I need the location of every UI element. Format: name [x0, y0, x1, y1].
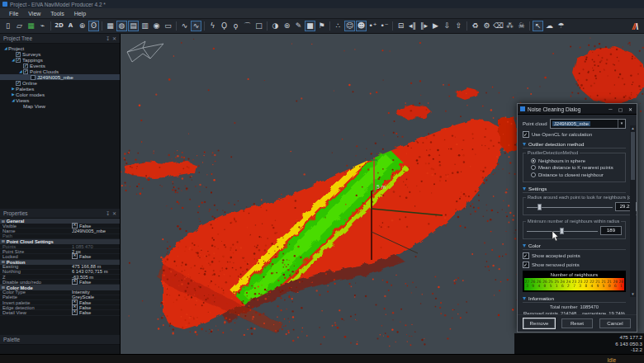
dialog-titlebar[interactable]: Noise Cleaning Dialog ─ ▢ ✕ — [518, 104, 637, 115]
download-data-icon[interactable]: ⇩ — [442, 21, 452, 31]
grid-toggle-icon[interactable]: ▦ — [105, 21, 116, 31]
tree-checkbox[interactable] — [23, 64, 28, 68]
scrollbar-thumb[interactable] — [631, 132, 635, 180]
arc-tool-icon[interactable]: ⌒ — [242, 21, 253, 31]
ruler-measure-icon[interactable]: ▭ — [163, 21, 173, 31]
radio-icon[interactable] — [531, 172, 536, 177]
property-value[interactable]: J249N005_mbe — [72, 229, 120, 233]
view-2d-icon[interactable]: 2D — [54, 21, 64, 31]
radio-option-neighbours-in-sphere[interactable]: Neighbours in sphere — [531, 158, 623, 163]
close-icon[interactable]: ✕ — [112, 210, 116, 216]
opencl-checkbox-row[interactable]: Use OpenCL for calculation — [523, 131, 626, 138]
cancel-button[interactable]: Cancel — [599, 318, 631, 328]
tree-checkbox[interactable] — [31, 75, 36, 80]
view-3d-sphere-icon[interactable]: ⊕ — [77, 21, 88, 31]
globe-settings-icon[interactable]: ⚙ — [481, 21, 492, 31]
xyz-recalculate-icon[interactable]: ♻ — [470, 21, 481, 31]
remove-point-icon[interactable]: •⁻ — [379, 21, 390, 31]
pin-icon[interactable]: ↧ — [106, 210, 110, 216]
step-back-icon[interactable]: ◂‖ — [407, 21, 418, 31]
scroll-up-icon[interactable]: ▲ — [630, 125, 636, 131]
property-value[interactable]: False — [72, 253, 120, 259]
radio-icon[interactable] — [531, 165, 536, 170]
close-icon[interactable]: ✕ — [627, 106, 634, 112]
accept-points-smiley-icon[interactable]: ☺ — [344, 21, 355, 31]
text-label-tool-icon[interactable]: A — [65, 21, 76, 31]
property-value[interactable]: Intensity — [72, 290, 120, 295]
fill-square-tool-icon[interactable]: ■ — [305, 21, 315, 31]
tree-item-point-clouds[interactable]: ◢Point Clouds — [0, 68, 120, 74]
tree-checkbox[interactable] — [23, 69, 28, 74]
light-bulb-tool-icon[interactable]: ʘ — [88, 21, 99, 31]
property-value[interactable]: False — [72, 279, 120, 285]
checkbox-show-accepted-points[interactable]: Show accepted points — [523, 252, 626, 259]
remove-button[interactable]: Remove — [523, 318, 555, 328]
menu-file[interactable]: File — [5, 10, 22, 17]
false-checkbox-icon[interactable] — [72, 223, 78, 229]
menu-help[interactable]: Help — [70, 10, 90, 17]
eraser-tool-icon[interactable]: ⌫ — [493, 21, 504, 31]
checkbox-show-removed-points[interactable]: Show removed points — [523, 262, 626, 268]
cursor-select-icon[interactable]: ↖ — [533, 21, 543, 31]
tree-checkbox[interactable] — [16, 52, 21, 57]
chevron-down-icon[interactable]: ▾ — [618, 120, 625, 128]
tree-item-project[interactable]: ◢Project — [0, 45, 120, 51]
opencl-checkbox[interactable] — [523, 131, 529, 138]
maximize-icon[interactable]: ▢ — [617, 106, 624, 112]
pin-icon[interactable]: ↧ — [106, 35, 110, 41]
rectangle-tool-icon[interactable]: □ — [253, 21, 264, 31]
camera-snapshot-icon[interactable]: ◉ — [151, 21, 162, 31]
tree-item-surveys[interactable]: Surveys — [0, 51, 120, 57]
cloud-download-icon[interactable]: ☁ — [544, 21, 555, 31]
section-expander-icon[interactable] — [523, 143, 526, 146]
remove-points-smiley-icon[interactable]: ☻ — [356, 21, 367, 31]
tree-item-map-view[interactable]: Map View — [0, 103, 120, 109]
property-value[interactable]: 475 166,88 m — [72, 264, 120, 269]
tree-checkbox[interactable] — [16, 81, 21, 86]
checkbox-icon[interactable] — [523, 252, 529, 259]
profile-graph-2-icon[interactable]: ∿ — [191, 21, 201, 31]
false-checkbox-icon[interactable] — [72, 309, 78, 315]
tree-item-views[interactable]: ◢Views — [0, 97, 120, 103]
open-folder-icon[interactable]: ▱ — [14, 21, 25, 31]
property-value[interactable]: False — [72, 309, 120, 315]
upload-data-icon[interactable]: ⇧ — [453, 21, 464, 31]
step-forward-icon[interactable]: ‖▸ — [419, 21, 429, 31]
radio-option-mean-distance-to-k-nearest-points[interactable]: Mean distance to K nearest points — [531, 165, 623, 170]
tree-item-online[interactable]: Online — [0, 80, 120, 86]
contrast-tool-icon[interactable]: ◑ — [270, 21, 281, 31]
cloud-rain-icon[interactable]: ☂ — [556, 21, 566, 31]
draw-edit-tool-icon[interactable]: ✎ — [293, 21, 304, 31]
false-checkbox-icon[interactable] — [72, 279, 78, 285]
film-clapper-icon[interactable]: ⊟ — [395, 21, 406, 31]
section-information[interactable]: Information — [523, 295, 626, 303]
min-neighbours-slider-thumb[interactable] — [560, 228, 564, 234]
add-point-icon[interactable]: •⁺ — [367, 21, 378, 31]
menu-tools[interactable]: Tools — [46, 10, 68, 17]
skull-noise-tool-icon[interactable]: ☠ — [516, 21, 527, 31]
waypoint-pin-icon[interactable]: Ϙ — [219, 21, 230, 31]
tree-item-color-modes[interactable]: ▶Color modes — [0, 92, 120, 97]
menu-view[interactable]: View — [24, 10, 45, 17]
scatter-points-tool-icon[interactable]: ∴ — [333, 21, 343, 31]
radio-icon[interactable] — [531, 158, 536, 163]
close-icon[interactable]: ✕ — [112, 35, 116, 41]
tree-item-events[interactable]: Events — [0, 63, 120, 68]
connect-plug-icon[interactable]: ⌁ — [37, 21, 48, 31]
checkbox-icon[interactable] — [523, 262, 529, 268]
tree-checkbox[interactable] — [16, 58, 21, 63]
tree-item-palettes[interactable]: ▶Palettes — [0, 86, 120, 92]
surface-hatch-icon[interactable]: ▤ — [128, 21, 139, 31]
reset-button[interactable]: Reset — [561, 318, 593, 328]
waypoint-pin-query-icon[interactable]: ϙ — [230, 21, 241, 31]
section-color[interactable]: Color — [523, 243, 626, 250]
profile-graph-icon[interactable]: ∿ — [179, 21, 190, 31]
scroll-down-icon[interactable]: ▼ — [630, 291, 636, 297]
save-icon[interactable]: ▦ — [26, 21, 36, 31]
false-checkbox-icon[interactable] — [72, 253, 78, 259]
matrix-view-icon[interactable]: ▥ — [140, 21, 150, 31]
radius-slider[interactable] — [527, 203, 613, 211]
section-expander-icon[interactable] — [523, 297, 526, 300]
section-outlier-detection[interactable]: Outlier detection method — [523, 141, 626, 148]
section-expander-icon[interactable] — [523, 187, 526, 191]
